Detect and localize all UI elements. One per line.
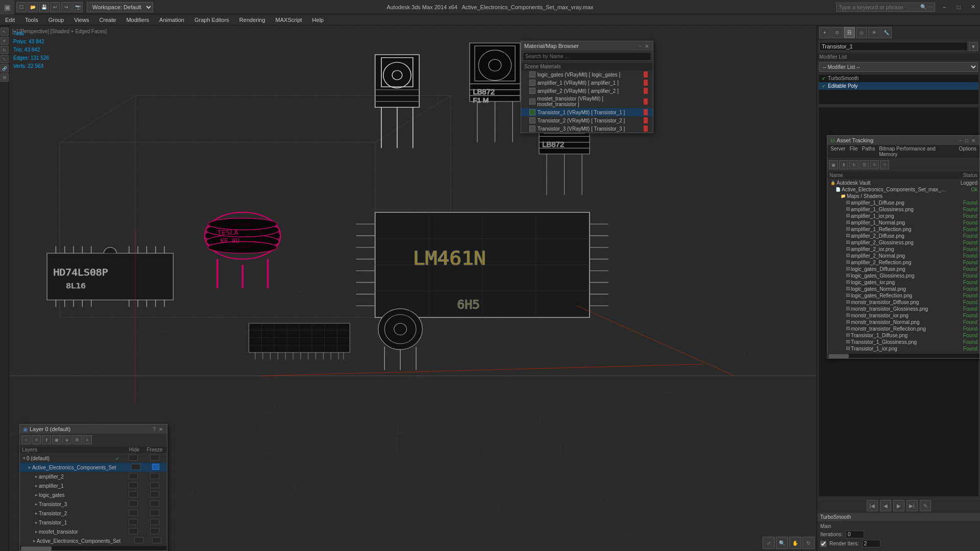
- asset-item[interactable]: 🖼 monstr_transistor_Reflection.png Found: [827, 325, 979, 332]
- asset-item[interactable]: 🖼 logic_gates_Reflection.png Found: [827, 292, 979, 299]
- layer-tool5[interactable]: ≡: [83, 435, 92, 444]
- mat-item[interactable]: Transistor_2 (VRayMtl) [ Transistor_2 ]: [521, 116, 653, 124]
- asset-item[interactable]: 🖼 amplifier_1_Normal.png Found: [827, 219, 979, 226]
- mat-item[interactable]: amplifier_1 (VRayMtl) [ amplifier_1 ]: [521, 79, 653, 87]
- layer-help[interactable]: ?: [152, 427, 157, 432]
- nav-first[interactable]: |◀: [867, 500, 878, 511]
- hide-btn[interactable]: [129, 482, 138, 488]
- nav-last[interactable]: ▶|: [906, 500, 918, 511]
- close-btn[interactable]: ✕: [966, 0, 980, 14]
- asset-item[interactable]: 🖼 monstr_transistor_Glossiness.png Found: [827, 306, 979, 312]
- asset-item[interactable]: 🖼 monstr_transistor_ior.png Found: [827, 312, 979, 319]
- unlink-btn[interactable]: ⛓: [1, 73, 9, 82]
- asset-item[interactable]: 📄 Active_Electronics_Components_Set_max_…: [827, 186, 979, 193]
- layer-item[interactable]: ▸ amplifier_2: [20, 472, 167, 481]
- freeze-btn[interactable]: [150, 455, 159, 461]
- scale-btn[interactable]: ⤡: [1, 55, 9, 63]
- menu-group[interactable]: Group: [43, 14, 69, 25]
- ts-iterations-input[interactable]: [846, 531, 864, 538]
- asset-item[interactable]: 🖼 amplifier_2_Reflection.png Found: [827, 259, 979, 266]
- layer-delete-btn[interactable]: ✕: [32, 435, 41, 444]
- mat-item[interactable]: logic_gates (VRayMtl) [ logic_gates ]: [521, 70, 653, 79]
- layer-item[interactable]: ▸ amplifier_1: [20, 481, 167, 490]
- move-btn[interactable]: ✛: [1, 37, 9, 45]
- asset-item[interactable]: 🖼 Transistor_1_ior.png Found: [827, 345, 979, 352]
- hide-btn[interactable]: [129, 519, 138, 525]
- asset-maximize[interactable]: □: [964, 138, 969, 143]
- asset-menu-options[interactable]: Options: [959, 146, 976, 157]
- asset-item[interactable]: 🖼 amplifier_1_ior.png Found: [827, 213, 979, 219]
- freeze-btn[interactable]: [150, 500, 159, 507]
- layer-item[interactable]: ▾ 0 (default) ✓: [20, 454, 167, 463]
- nav-edit[interactable]: ✎: [920, 500, 931, 511]
- object-name-input[interactable]: [819, 42, 968, 51]
- hide-btn[interactable]: [129, 473, 138, 479]
- asset-item[interactable]: 🖼 monstr_transistor_Diffuse.png Found: [827, 299, 979, 306]
- layer-scrollbar[interactable]: [20, 545, 167, 550]
- layer-tool1[interactable]: ⬆: [42, 435, 51, 444]
- asset-item[interactable]: 🖼 amplifier_2_Glossiness.png Found: [827, 239, 979, 246]
- menu-animation[interactable]: Animation: [154, 14, 189, 25]
- menu-help[interactable]: Help: [307, 14, 329, 25]
- freeze-btn[interactable]: [150, 482, 159, 488]
- layer-tool4[interactable]: ⌘: [72, 435, 82, 444]
- open-btn[interactable]: 📂: [28, 2, 38, 12]
- nav-prev[interactable]: ◀: [880, 500, 891, 511]
- pan-btn[interactable]: ✋: [789, 537, 801, 549]
- mod-entry-turbosmooth[interactable]: ✔ TurboSmooth: [819, 74, 978, 82]
- modifier-dropdown[interactable]: -- Modifier List -- TurboSmooth Editable…: [819, 62, 978, 72]
- menu-create[interactable]: Create: [94, 14, 121, 25]
- layer-item[interactable]: ▸ Active_Electronics_Components_Set: [20, 463, 167, 472]
- search-options-icon[interactable]: ⋯: [927, 4, 933, 10]
- asset-tb6[interactable]: ?: [880, 160, 889, 169]
- hide-btn[interactable]: [134, 537, 143, 543]
- asset-tb5[interactable]: ✎: [870, 160, 879, 169]
- asset-item[interactable]: 🖼 amplifier_2_Normal.png Found: [827, 253, 979, 259]
- link-btn[interactable]: 🔗: [1, 64, 9, 72]
- layer-item[interactable]: ▸ Transistor_2: [20, 509, 167, 518]
- asset-scrollbar[interactable]: [827, 353, 979, 358]
- asset-minimize[interactable]: −: [958, 138, 963, 143]
- layer-item[interactable]: ▸ Transistor_1: [20, 518, 167, 527]
- cmd-tab-motion[interactable]: ◎: [856, 27, 867, 38]
- zoom-btn[interactable]: 🔍: [776, 537, 788, 549]
- asset-menu-server[interactable]: Server: [830, 146, 845, 157]
- asset-item[interactable]: 🖼 logic_gates_Diffuse.png Found: [827, 266, 979, 272]
- asset-item[interactable]: 🖼 Transistor_1_Glossiness.png Found: [827, 339, 979, 345]
- layer-close[interactable]: ✕: [158, 427, 164, 432]
- menu-tools[interactable]: Tools: [20, 14, 43, 25]
- hide-btn[interactable]: [129, 500, 138, 507]
- menu-edit[interactable]: Edit: [0, 14, 20, 25]
- viewport[interactable]: [+] [Perspective] [Shaded + Edged Faces]…: [9, 26, 817, 551]
- asset-item[interactable]: 🖼 logic_gates_Normal.png Found: [827, 286, 979, 292]
- nav-next[interactable]: ▶: [893, 500, 904, 511]
- ts-render-iters-input[interactable]: [862, 540, 880, 547]
- mat-browser-minimize[interactable]: −: [638, 43, 643, 49]
- menu-maxscript[interactable]: MAXScript: [271, 14, 307, 25]
- rotate-btn[interactable]: ↻: [1, 46, 9, 54]
- cmd-tab-modify[interactable]: ⚙: [831, 27, 843, 38]
- menu-modifiers[interactable]: Modifiers: [121, 14, 154, 25]
- hide-btn[interactable]: [129, 455, 138, 461]
- mat-search-input[interactable]: [523, 52, 651, 61]
- layer-item[interactable]: ▸ Transistor_3: [20, 499, 167, 509]
- layer-item[interactable]: ▸ mosfet_transistor: [20, 527, 167, 536]
- mat-browser-close[interactable]: ✕: [644, 43, 650, 49]
- mat-item[interactable]: mostet_transistor (VRayMtl) [ mosfet_tra…: [521, 95, 653, 108]
- asset-item[interactable]: 📁 Maps / Shaders: [827, 193, 979, 199]
- freeze-btn[interactable]: [150, 528, 159, 534]
- asset-menu-file[interactable]: File: [849, 146, 857, 157]
- freeze-btn[interactable]: [150, 519, 159, 525]
- minimize-btn[interactable]: −: [937, 0, 951, 14]
- asset-tb3[interactable]: ↻: [849, 160, 859, 169]
- layer-tool2[interactable]: ▣: [52, 435, 61, 444]
- save-btn[interactable]: 💾: [39, 2, 49, 12]
- layer-tool3[interactable]: ◈: [62, 435, 71, 444]
- undo-btn[interactable]: ↩: [50, 2, 60, 12]
- mat-item[interactable]: Transistor_3 (VRayMtl) [ Transistor_3 ]: [521, 124, 653, 133]
- menu-views[interactable]: Views: [69, 14, 94, 25]
- layer-item[interactable]: ▸ Active_Electronics_Components_Set: [20, 536, 167, 545]
- hide-btn[interactable]: [129, 528, 138, 534]
- redo-btn[interactable]: ↪: [61, 2, 71, 12]
- freeze-btn[interactable]: [150, 491, 159, 497]
